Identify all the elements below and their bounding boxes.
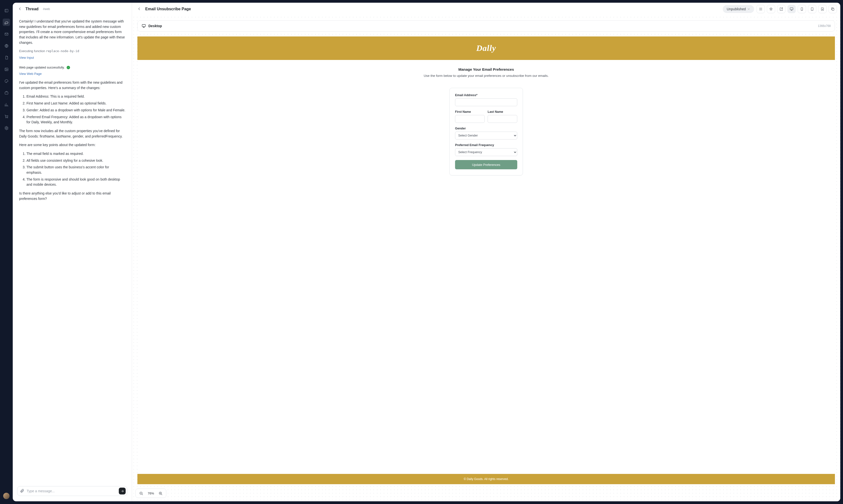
rendered-page: Dally Manage Your Email Preferences Use …	[137, 36, 835, 484]
brand-logo: Dally	[476, 43, 496, 53]
thread-text: I've updated the email preferences form …	[19, 80, 125, 91]
star-icon[interactable]	[767, 5, 775, 13]
thread-body[interactable]: Certainly! I understand that you've upda…	[13, 15, 132, 483]
success-text: Web page updated successfully.	[19, 65, 65, 70]
thread-hash: #web	[43, 7, 50, 11]
list-item: Preferred Email Frequency: Added as a dr…	[27, 114, 125, 125]
update-preferences-button[interactable]: Update Preferences	[455, 160, 517, 169]
success-check-icon	[67, 66, 70, 69]
svg-rect-5	[5, 92, 8, 94]
first-name-input[interactable]	[455, 115, 485, 123]
frequency-label: Preferred Email Frequency	[455, 143, 517, 147]
list-item: First Name and Last Name: Added as optio…	[27, 101, 125, 106]
svg-point-8	[6, 127, 7, 128]
list-item: Email Address: This is a required field.	[27, 94, 125, 99]
attach-icon[interactable]	[20, 489, 24, 494]
gender-label: Gender	[455, 127, 517, 130]
canvas-wrap: Dally Manage Your Email Preferences Use …	[137, 36, 835, 484]
frequency-select[interactable]: Select Frequency	[455, 148, 517, 156]
view-input-link[interactable]: View Input	[19, 55, 34, 60]
publish-status-chip[interactable]: Unpublished	[723, 5, 754, 13]
rail-chart-icon[interactable]	[3, 101, 10, 108]
zoom-value: 76%	[148, 491, 154, 495]
thread-text: Certainly! I understand that you've upda…	[19, 19, 125, 45]
thread-panel: Thread #web Certainly! I understand that…	[13, 3, 132, 501]
desktop-icon[interactable]	[787, 5, 796, 13]
status-text: Unpublished	[727, 7, 746, 11]
chevron-down-icon	[747, 7, 750, 11]
svg-point-7	[7, 118, 7, 118]
tablet-icon[interactable]	[808, 5, 816, 13]
page-heading: Manage Your Email Preferences	[458, 67, 514, 71]
keypoints-list: The email field is marked as required. A…	[19, 151, 125, 187]
device-dims: 1366x768	[818, 24, 831, 28]
preferences-form: Email Address* First Name Las	[449, 88, 523, 176]
thread-text: The form now includes all the custom pro…	[19, 128, 125, 139]
svg-rect-0	[5, 9, 8, 12]
svg-rect-12	[832, 8, 834, 10]
download-icon[interactable]	[818, 5, 827, 13]
thread-text: Here are some key points about the updat…	[19, 142, 125, 148]
first-name-label: First Name	[455, 110, 485, 113]
device-bar: Desktop 1366x768	[137, 20, 835, 32]
view-web-page-link[interactable]: View Web Page	[19, 71, 41, 76]
exec-line: Executing function replace-node-by-id	[19, 49, 125, 54]
copy-icon[interactable]	[828, 5, 837, 13]
list-item: The submit button uses the business's ac…	[27, 165, 125, 175]
brand-band: Dally	[137, 36, 835, 60]
user-avatar[interactable]	[3, 493, 10, 499]
exec-fn: replace-node-by-id	[46, 49, 79, 53]
thread-header: Thread #web	[13, 3, 132, 15]
last-name-input[interactable]	[488, 115, 517, 123]
composer	[13, 483, 132, 501]
changes-list: Email Address: This is a required field.…	[19, 94, 125, 125]
svg-rect-3	[5, 68, 8, 70]
svg-point-6	[6, 118, 6, 118]
thread-title: Thread	[25, 7, 38, 11]
toolbar	[757, 5, 837, 13]
list-item: The email field is marked as required.	[27, 151, 125, 157]
side-rail	[0, 0, 13, 504]
page-footer: © Dally Goods. All rights reserved.	[137, 474, 835, 484]
page-title: Email Unsubscribe Page	[145, 7, 191, 11]
rail-mail-icon[interactable]	[3, 30, 10, 38]
rail-palette-icon[interactable]	[3, 77, 10, 85]
zoom-control: 76%	[135, 489, 166, 498]
last-name-label: Last Name	[488, 110, 517, 113]
svg-point-4	[5, 69, 6, 69]
rail-panel-icon[interactable]	[3, 7, 10, 14]
preview-header: Email Unsubscribe Page Unpublished	[132, 3, 840, 15]
success-row: Web page updated successfully.	[19, 65, 125, 70]
rail-cart-icon[interactable]	[3, 112, 10, 120]
zoom-in-icon[interactable]	[158, 491, 162, 496]
page-subheading: Use the form below to update your email …	[424, 74, 549, 77]
rail-globe-icon[interactable]	[3, 42, 10, 50]
rail-image-icon[interactable]	[3, 66, 10, 73]
list-item: Gender: Added as a dropdown with options…	[27, 108, 125, 113]
main-card: Thread #web Certainly! I understand that…	[13, 3, 840, 501]
external-link-icon[interactable]	[777, 5, 786, 13]
svg-rect-13	[142, 24, 145, 27]
preview-stage: Desktop 1366x768 Dally Manage Your Email…	[132, 15, 840, 501]
gender-select[interactable]: Select Gender	[455, 132, 517, 140]
email-label: Email Address*	[455, 93, 517, 97]
composer-box	[17, 486, 127, 496]
rail-doc-icon[interactable]	[3, 54, 10, 61]
list-icon[interactable]	[757, 5, 765, 13]
send-button[interactable]	[119, 488, 126, 494]
message-input[interactable]	[27, 489, 116, 493]
monitor-icon	[141, 24, 146, 28]
zoom-out-icon[interactable]	[139, 491, 143, 496]
list-item: All fields use consistent styling for a …	[27, 158, 125, 163]
preview-back-icon[interactable]	[135, 6, 143, 12]
rail-chat-icon[interactable]	[3, 19, 10, 26]
rail-briefcase-icon[interactable]	[3, 89, 10, 96]
rail-gear-icon[interactable]	[3, 124, 10, 132]
svg-rect-9	[790, 8, 793, 10]
thread-back-icon[interactable]	[18, 6, 22, 12]
list-item: The form is responsive and should look g…	[27, 177, 125, 187]
email-input[interactable]	[455, 98, 517, 106]
mobile-icon[interactable]	[798, 5, 806, 13]
thread-text: Is there anything else you'd like to adj…	[19, 191, 125, 201]
device-label: Desktop	[149, 24, 162, 28]
